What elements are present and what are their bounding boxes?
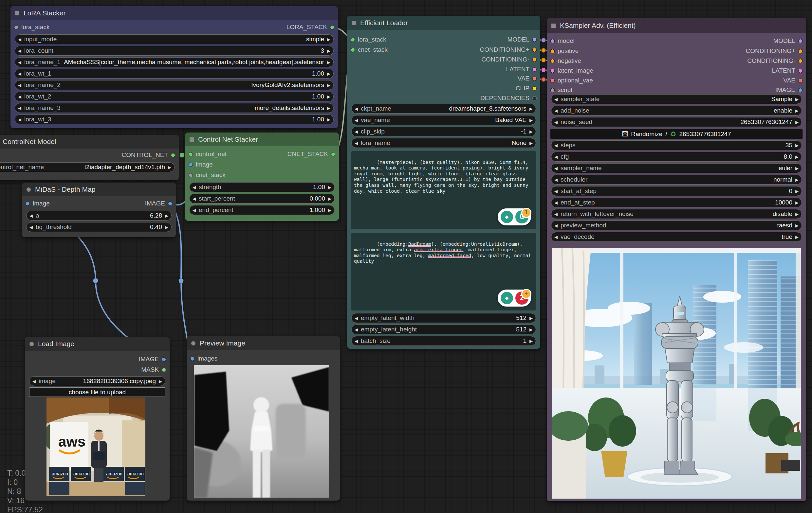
collapse-icon[interactable] bbox=[191, 341, 196, 345]
slot-model-input[interactable] bbox=[550, 39, 555, 43]
widget-end_percent[interactable]: ◀end_percent1.000▶ bbox=[189, 205, 335, 215]
slot-model-output[interactable] bbox=[532, 38, 536, 42]
slot-conditioning-minus-output[interactable] bbox=[798, 59, 803, 63]
collapse-icon[interactable] bbox=[551, 24, 556, 28]
slot-negative-input[interactable] bbox=[550, 59, 555, 63]
widget-return_with_leftover_noise[interactable]: ◀return_with_leftover_noisedisable▶ bbox=[551, 209, 802, 219]
right-arrow-icon[interactable]: ▶ bbox=[327, 106, 330, 110]
widget-strength[interactable]: ◀strength1.00▶ bbox=[189, 182, 335, 192]
right-arrow-icon[interactable]: ▶ bbox=[795, 120, 799, 124]
right-arrow-icon[interactable]: ▶ bbox=[529, 118, 533, 122]
right-arrow-icon[interactable]: ▶ bbox=[529, 328, 533, 332]
widget-image-file[interactable]: ◀image1682820339306 copy.jpeg▶ bbox=[29, 376, 165, 386]
slot-latent_image-input[interactable] bbox=[550, 69, 555, 73]
right-arrow-icon[interactable]: ▶ bbox=[165, 225, 168, 229]
collapse-icon[interactable] bbox=[352, 21, 356, 25]
widget-lora_wt_3[interactable]: ◀lora_wt_31.00▶ bbox=[15, 115, 334, 124]
slot-latent-output[interactable] bbox=[798, 69, 803, 73]
right-arrow-icon[interactable]: ▶ bbox=[327, 83, 330, 87]
left-arrow-icon[interactable]: ◀ bbox=[554, 189, 558, 193]
slot-lora_stack-input[interactable] bbox=[351, 38, 355, 42]
right-arrow-icon[interactable]: ▶ bbox=[529, 316, 533, 320]
node-header[interactable]: KSampler Adv. (Efficient) bbox=[547, 18, 806, 33]
left-arrow-icon[interactable]: ◀ bbox=[29, 225, 33, 229]
widget-batch_size[interactable]: ◀batch_size1▶ bbox=[351, 336, 536, 346]
right-arrow-icon[interactable]: ▶ bbox=[327, 49, 330, 53]
node-header[interactable]: LoRA Stacker bbox=[10, 6, 338, 20]
widget-add_noise[interactable]: ◀add_noiseenable▶ bbox=[551, 106, 802, 116]
left-arrow-icon[interactable]: ◀ bbox=[18, 106, 21, 110]
node-preview-image[interactable]: Preview Image images bbox=[186, 336, 340, 501]
left-arrow-icon[interactable]: ◀ bbox=[29, 214, 33, 218]
widget-steps[interactable]: ◀steps35▶ bbox=[551, 140, 802, 150]
node-header[interactable]: MiDaS - Depth Map bbox=[22, 183, 176, 196]
negative-prompt-textarea[interactable]: (embedding:BadDream), (embedding:Unreali… bbox=[351, 233, 536, 310]
widget-lora_wt_2[interactable]: ◀lora_wt_21.00▶ bbox=[15, 92, 334, 101]
left-arrow-icon[interactable]: ◀ bbox=[355, 339, 358, 343]
widget-sampler_state[interactable]: ◀sampler_stateSample▶ bbox=[551, 94, 802, 104]
randomize-seed-button[interactable]: ⚄ Randomize / ♻ 265330776301247 bbox=[550, 129, 803, 139]
widget-lora_name_3[interactable]: ◀lora_name_3more_details.safetensors▶ bbox=[15, 103, 334, 113]
suggestion-bulb-icon[interactable]: ◆ bbox=[501, 211, 513, 223]
grammarly-alert-icon[interactable]: 2+ bbox=[515, 292, 528, 305]
collapse-icon[interactable] bbox=[29, 342, 34, 346]
left-arrow-icon[interactable]: ◀ bbox=[32, 379, 36, 384]
slot-control_net-input[interactable] bbox=[188, 152, 193, 156]
left-arrow-icon[interactable]: ◀ bbox=[193, 197, 196, 201]
right-arrow-icon[interactable]: ▶ bbox=[795, 166, 799, 171]
node-header[interactable]: Efficient Loader bbox=[347, 16, 540, 30]
widget-end_at_step[interactable]: ◀end_at_step10000▶ bbox=[551, 198, 802, 207]
right-arrow-icon[interactable]: ▶ bbox=[159, 379, 162, 384]
widget-ckpt_name[interactable]: ◀ckpt_namedreamshaper_8.safetensors▶ bbox=[351, 104, 536, 114]
slot-cnet_stack-input[interactable] bbox=[351, 48, 355, 52]
right-arrow-icon[interactable]: ▶ bbox=[795, 155, 799, 159]
widget-a[interactable]: ◀a6.28▶ bbox=[26, 211, 172, 220]
widget-lora_name_1[interactable]: ◀lora_name_1AMechaSSS[color_theme,mecha … bbox=[15, 57, 334, 67]
right-arrow-icon[interactable]: ▶ bbox=[165, 214, 168, 218]
node-graph-canvas[interactable]: T: 0.0 I: 0 N: 8 V: 16 FPS:77.52 bbox=[0, 0, 812, 513]
slot-positive-input[interactable] bbox=[550, 49, 555, 53]
widget-lora_name[interactable]: ◀lora_nameNone▶ bbox=[351, 138, 536, 148]
right-arrow-icon[interactable]: ▶ bbox=[795, 143, 799, 148]
slot-dependencies-output[interactable] bbox=[532, 96, 536, 100]
slot-image-output[interactable] bbox=[798, 88, 803, 92]
slot-lora-stack-output[interactable] bbox=[330, 25, 334, 29]
node-load-image[interactable]: Load Image IMAGE MASK ◀image168282033930… bbox=[25, 337, 170, 501]
widget-cfg[interactable]: ◀cfg8.0▶ bbox=[551, 152, 802, 162]
collapse-icon[interactable] bbox=[190, 138, 194, 142]
right-arrow-icon[interactable]: ▶ bbox=[327, 117, 330, 122]
left-arrow-icon[interactable]: ◀ bbox=[18, 117, 21, 122]
right-arrow-icon[interactable]: ▶ bbox=[795, 109, 799, 113]
grammarly-widget[interactable]: ◆ G1 bbox=[498, 208, 531, 225]
grammarly-widget[interactable]: ◆ 2+ bbox=[498, 290, 531, 307]
left-arrow-icon[interactable]: ◀ bbox=[18, 72, 21, 76]
right-arrow-icon[interactable]: ▶ bbox=[795, 189, 799, 193]
left-arrow-icon[interactable]: ◀ bbox=[355, 118, 358, 122]
widget-preview_method[interactable]: ◀preview_methodtaesd▶ bbox=[551, 220, 802, 230]
slot-conditioning-plus-output[interactable] bbox=[798, 49, 803, 53]
node-midas-depth-map[interactable]: MiDaS - Depth Map image IMAGE ◀a6.28▶ ◀b… bbox=[22, 183, 176, 237]
node-header[interactable]: Preview Image bbox=[186, 336, 340, 350]
left-arrow-icon[interactable]: ◀ bbox=[554, 223, 558, 228]
right-arrow-icon[interactable]: ▶ bbox=[795, 201, 799, 205]
left-arrow-icon[interactable]: ◀ bbox=[554, 235, 558, 239]
widget-scheduler[interactable]: ◀schedulernormal▶ bbox=[551, 175, 802, 184]
right-arrow-icon[interactable]: ▶ bbox=[327, 37, 330, 41]
widget-bg_threshold[interactable]: ◀bg_threshold0.40▶ bbox=[26, 222, 172, 232]
left-arrow-icon[interactable]: ◀ bbox=[554, 143, 558, 148]
slot-image-input[interactable] bbox=[26, 202, 30, 206]
left-arrow-icon[interactable]: ◀ bbox=[554, 120, 558, 124]
node-lora-stacker[interactable]: LoRA Stacker lora_stack LORA_STACK ◀inpu… bbox=[10, 6, 338, 128]
slot-control-net-output[interactable] bbox=[171, 153, 175, 157]
slot-cnet-stack-output[interactable] bbox=[331, 152, 335, 156]
right-arrow-icon[interactable]: ▶ bbox=[327, 60, 330, 64]
slot-images-input[interactable] bbox=[190, 357, 195, 361]
node-header[interactable]: Control Net Stacker bbox=[185, 132, 339, 146]
widget-lora_name_2[interactable]: ◀lora_name_2IvoryGoldAIv2.safetensors▶ bbox=[15, 80, 334, 90]
left-arrow-icon[interactable]: ◀ bbox=[18, 49, 21, 53]
slot-lora_stack-input[interactable] bbox=[14, 25, 18, 29]
positive-prompt-textarea[interactable]: (masterpiece), (best quality), Nikon D85… bbox=[351, 151, 536, 229]
widget-control_net_name[interactable]: ◀control_net_namet2iadapter_depth_sd14v1… bbox=[0, 162, 175, 172]
node-header[interactable]: ControlNet Model bbox=[0, 135, 179, 149]
suggestion-bulb-icon[interactable]: ◆ bbox=[501, 292, 513, 304]
